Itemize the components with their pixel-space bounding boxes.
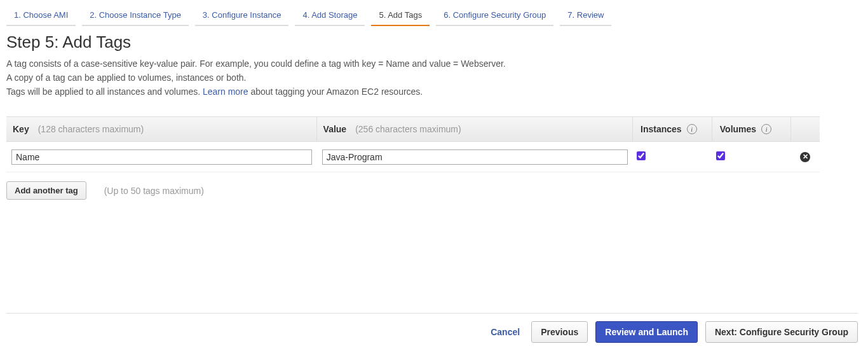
header-instances: Instances [641,124,682,134]
description-line-1: A tag consists of a case-sensitive key-v… [6,57,862,71]
delete-row-icon[interactable]: ✕ [800,152,810,162]
wizard-steps: 1. Choose AMI 2. Choose Instance Type 3.… [0,0,868,26]
info-icon[interactable]: i [761,124,771,134]
step-choose-instance-type[interactable]: 2. Choose Instance Type [82,5,189,26]
tag-key-input[interactable] [11,149,312,165]
next-button[interactable]: Next: Configure Security Group [705,321,858,343]
info-icon[interactable]: i [687,124,697,134]
cancel-button[interactable]: Cancel [487,323,524,341]
add-tag-row: Add another tag (Up to 50 tags maximum) [6,172,820,200]
header-key-hint: (128 characters maximum) [38,124,144,134]
previous-button[interactable]: Previous [531,321,588,343]
step-choose-ami[interactable]: 1. Choose AMI [6,5,76,26]
instances-checkbox[interactable] [637,151,646,160]
footer-actions: Cancel Previous Review and Launch Next: … [6,313,858,343]
table-row: ✕ [6,142,820,172]
learn-more-link[interactable]: Learn more [203,87,248,97]
review-and-launch-button[interactable]: Review and Launch [595,321,698,343]
add-tag-hint: (Up to 50 tags maximum) [104,186,204,196]
tag-value-input[interactable] [322,149,628,165]
description-text: Tags will be applied to all instances an… [6,87,203,97]
tags-header-row: Key (128 characters maximum) Value (256 … [6,116,820,142]
step-add-tags[interactable]: 5. Add Tags [371,5,430,26]
step-configure-security-group[interactable]: 6. Configure Security Group [436,5,553,26]
header-value-hint: (256 characters maximum) [355,124,461,134]
description-text-post: about tagging your Amazon EC2 resources. [250,87,423,97]
description-line-2: A copy of a tag can be applied to volume… [6,71,862,85]
header-value: Value [323,124,347,134]
step-add-storage[interactable]: 4. Add Storage [295,5,365,26]
header-volumes: Volumes [720,124,756,134]
tags-table: Key (128 characters maximum) Value (256 … [6,116,820,200]
header-key: Key [13,124,29,134]
step-configure-instance[interactable]: 3. Configure Instance [195,5,289,26]
add-another-tag-button[interactable]: Add another tag [6,181,86,200]
page-title: Step 5: Add Tags [6,32,862,52]
volumes-checkbox[interactable] [716,151,725,160]
step-review[interactable]: 7. Review [560,5,611,26]
description-line-3: Tags will be applied to all instances an… [6,85,862,99]
